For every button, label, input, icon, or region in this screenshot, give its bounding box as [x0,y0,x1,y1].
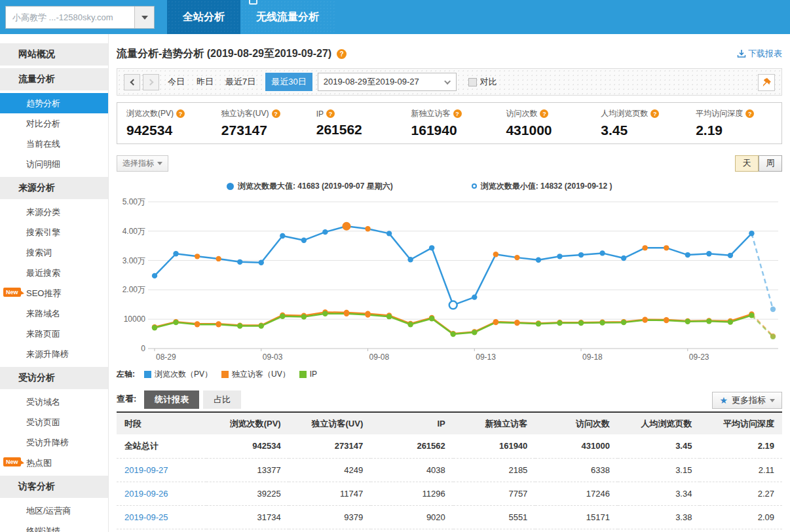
table-header-cell: 人均浏览页数 [618,412,700,434]
table-cell: 全站总计 [117,434,206,458]
date-link-cell[interactable]: 2019-09-27 [117,458,206,482]
quick-range-link[interactable]: 今日 [168,76,185,88]
metric-label: IP? [316,109,402,119]
top-tab-active[interactable]: 全站分析 [167,0,240,34]
sidebar-item[interactable]: 搜索词 [0,242,108,263]
help-icon[interactable]: ? [453,109,462,118]
chevron-down-icon [444,78,451,85]
table-cell: 9020 [371,505,453,529]
date-range-select[interactable]: 2019-08-29至2019-09-27 [318,73,457,91]
toggle-week-button[interactable]: 周 [759,155,782,172]
stats-table-header-row: 时段浏览次数(PV)独立访客(UV)IP新独立访客访问次数人均浏览页数平均访问深… [117,412,782,434]
sidebar-item[interactable]: 来路域名 [0,303,108,324]
sidebar-item[interactable]: 当前在线 [0,134,108,154]
pick-metric-button[interactable]: 选择指标 [117,155,168,172]
sidebar-item[interactable]: 访问明细 [0,154,108,174]
sidebar-item[interactable]: 来源分析 [0,177,108,199]
sidebar-item[interactable]: 访客分析 [0,476,108,498]
sidebar-item[interactable]: 流量分析 [0,68,108,90]
next-period-button[interactable] [143,74,159,90]
table-cell: 2.09 [700,505,782,529]
table-row: 2019-09-271337742494038218563383.152.11 [117,458,782,482]
prev-period-button[interactable] [124,74,140,90]
table-cell: 15171 [535,505,618,529]
sidebar-item[interactable]: 来路页面 [0,324,108,344]
sidebar-item-label: 来源分析 [18,182,55,194]
toggle-day-button[interactable]: 天 [735,155,759,172]
sidebar-item-label: 受访升降榜 [26,437,69,449]
sidebar-item[interactable]: 终端详情 [0,521,108,532]
help-icon[interactable]: ? [272,109,280,118]
sidebar-item[interactable]: 网站概况 [0,43,108,66]
metric-value: 431000 [506,123,592,138]
help-icon[interactable]: ? [326,109,335,118]
download-icon [737,49,746,58]
svg-text:08-29: 08-29 [156,352,176,362]
table-cell: 6338 [535,458,618,482]
pick-metric-label: 选择指标 [122,158,154,169]
site-selector-arrow[interactable] [134,7,154,28]
quick-range-link[interactable]: 最近30日 [265,73,312,91]
sidebar-item[interactable]: New热点图 [0,453,108,473]
table-cell: 3.34 [618,482,700,505]
svg-text:09-18: 09-18 [582,352,603,362]
sidebar-item[interactable]: 趋势分析 [0,93,108,113]
trend-chart-svg: 0100002.00万3.00万4.00万5.00万08-2909-0309-0… [117,193,783,364]
sidebar-item[interactable]: 受访页面 [0,412,108,432]
date-link-cell[interactable]: 2019-09-26 [117,482,206,505]
sidebar-item-label: 受访域名 [26,396,60,408]
legend-item: 浏览次数（PV） [144,369,212,380]
quick-range-link[interactable]: 最近7日 [225,76,255,88]
sidebar-item[interactable]: 受访升降榜 [0,432,108,453]
help-icon[interactable]: ? [176,109,185,118]
svg-text:4.00万: 4.00万 [122,227,145,236]
table-cell: 161940 [453,434,536,458]
help-icon[interactable]: ? [650,109,659,118]
metric-value: 261562 [316,122,402,138]
legend-item-label: IP [310,370,317,379]
sidebar-item[interactable]: 受访域名 [0,392,108,412]
more-metrics-button[interactable]: ★ 更多指标 [712,392,782,409]
legend-item: 独立访客（UV） [221,369,290,380]
quick-range-link[interactable]: 昨日 [197,76,214,88]
sidebar-item-label: 当前在线 [26,138,60,150]
table-row: 2019-09-263922511747112967757172463.342.… [117,482,782,505]
sidebar-item[interactable]: 来源分类 [0,202,108,222]
date-link-cell[interactable]: 2019-09-25 [117,505,206,529]
quick-range-links: 今日昨日最近7日最近30日 [162,73,315,91]
download-report-link[interactable]: 下载报表 [737,48,782,60]
sidebar-item[interactable]: 来源升降榜 [0,344,108,364]
view-tab[interactable]: 统计报表 [144,390,199,409]
top-tab-inactive[interactable]: 无线流量分析 [240,0,335,34]
main-content: 流量分析-趋势分析 (2019-08-29至2019-09-27) ? 下载报表… [108,34,790,532]
min-marker-icon [472,183,477,189]
sidebar-item[interactable]: 最近搜索 [0,263,108,283]
sidebar-item[interactable]: NewSEO推荐 [0,283,108,303]
view-tab[interactable]: 占比 [203,390,241,409]
svg-text:09-23: 09-23 [689,352,709,362]
chevron-left-icon [130,79,136,85]
help-icon[interactable]: ? [540,109,548,118]
help-icon[interactable]: ? [745,109,754,118]
pin-button[interactable] [758,74,775,91]
max-marker-icon [227,183,234,190]
metric-card: 独立访客(UV)?273147 [212,108,307,138]
table-cell: 2.27 [700,482,782,505]
sidebar-item[interactable]: 地区/运营商 [0,501,108,521]
legend-item: IP [299,370,317,379]
table-cell: 942534 [206,434,289,458]
max-annotation-text: 浏览次数最大值: 41683 (2019-09-07 星期六) [238,181,393,192]
metric-card: 访问次数?431000 [497,108,592,138]
metric-card: 新独立访客?161940 [402,108,497,138]
download-report-label: 下载报表 [748,48,782,60]
table-cell: 2.19 [700,434,782,458]
topbar: 小高教学 ...-12580sky.com 全站分析无线流量分析 [0,0,790,34]
sidebar-item[interactable]: 对比分析 [0,113,108,134]
site-selector[interactable]: 小高教学 ...-12580sky.com [5,6,155,29]
top-tabs: 全站分析无线流量分析 [167,0,335,34]
table-cell: 431000 [535,434,618,458]
sidebar-item[interactable]: 受访分析 [0,367,108,389]
help-icon[interactable]: ? [337,49,347,59]
compare-checkbox[interactable] [468,78,477,86]
sidebar-item[interactable]: 搜索引擎 [0,222,108,242]
